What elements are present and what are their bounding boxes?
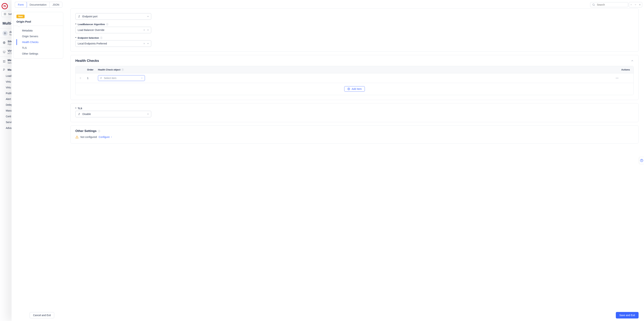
help-icon bbox=[640, 159, 643, 162]
svg-point-15 bbox=[3, 62, 4, 62]
vhost-icon bbox=[2, 50, 6, 54]
svg-rect-4 bbox=[6, 13, 6, 14]
search-box[interactable] bbox=[590, 2, 628, 7]
svg-point-20 bbox=[80, 77, 80, 78]
form-modal: Form Documentation JSON bbox=[12, 0, 644, 321]
save-button[interactable]: Save and Exit bbox=[616, 312, 638, 318]
nav-item-origin-servers[interactable]: Origin Servers bbox=[16, 34, 63, 39]
search-icon bbox=[592, 3, 595, 6]
search-next-button[interactable] bbox=[633, 2, 638, 7]
form-nav-card: New Origin Pool Metadata Origin Servers … bbox=[13, 12, 63, 58]
search-close-button[interactable] bbox=[638, 2, 642, 7]
chevron-down-icon bbox=[147, 29, 149, 31]
swap-icon bbox=[78, 112, 80, 116]
tls-label: *TLS bbox=[75, 107, 634, 110]
drag-handle[interactable] bbox=[79, 77, 87, 79]
tab-json[interactable]: JSON bbox=[50, 2, 62, 8]
svg-point-30 bbox=[617, 78, 618, 78]
form-nav-title: Origin Pool bbox=[16, 20, 60, 23]
tls-select[interactable]: Disable bbox=[75, 111, 151, 117]
tab-documentation[interactable]: Documentation bbox=[27, 2, 50, 8]
endpoint-port-value: Endpoint port bbox=[82, 15, 98, 18]
nav-item-other-settings[interactable]: Other Settings bbox=[16, 51, 63, 56]
f5-logo: f5 bbox=[1, 2, 8, 10]
health-check-select[interactable]: Select item bbox=[98, 75, 145, 81]
mesh-icon bbox=[2, 60, 6, 63]
cancel-button[interactable]: Cancel and Exit bbox=[30, 312, 54, 318]
add-item-label: Add Item bbox=[352, 88, 362, 90]
svg-point-14 bbox=[5, 60, 5, 61]
svg-point-21 bbox=[80, 77, 81, 78]
health-check-placeholder: Select item bbox=[104, 77, 116, 80]
col-order: Order bbox=[87, 68, 98, 71]
topbar-search-group bbox=[590, 2, 642, 8]
tls-value: Disable bbox=[82, 112, 91, 116]
svg-rect-5 bbox=[4, 14, 4, 14]
search-nav-controls bbox=[629, 2, 642, 8]
svg-point-25 bbox=[80, 78, 81, 79]
card-health-checks: Health Checks Order Health Check object … bbox=[70, 55, 638, 100]
svg-point-22 bbox=[80, 78, 80, 78]
form-area: Endpoint port *LoadBalancer Algorithm i … bbox=[65, 8, 644, 310]
info-icon[interactable]: i bbox=[122, 68, 124, 71]
chevron-down-icon bbox=[147, 42, 149, 45]
info-icon[interactable]: i bbox=[98, 130, 100, 132]
other-status: Not configured bbox=[80, 136, 97, 138]
avatar: D bbox=[2, 31, 8, 36]
svg-point-29 bbox=[616, 78, 616, 78]
help-tab[interactable] bbox=[639, 157, 644, 164]
modal-footer: Cancel and Exit Save and Exit bbox=[12, 310, 644, 321]
svg-point-31 bbox=[618, 78, 618, 78]
svg-point-18 bbox=[642, 161, 642, 162]
svg-rect-3 bbox=[5, 13, 5, 14]
endpoint-port-select[interactable]: Endpoint port bbox=[75, 13, 151, 20]
svg-rect-12 bbox=[3, 51, 5, 52]
svg-rect-8 bbox=[4, 15, 4, 15]
svg-rect-26 bbox=[100, 77, 102, 78]
globe-icon bbox=[2, 41, 6, 44]
col-actions: Actions bbox=[616, 68, 630, 71]
svg-rect-2 bbox=[4, 13, 4, 14]
configure-link[interactable]: Configure bbox=[99, 136, 112, 138]
chevron-right-icon bbox=[110, 136, 112, 138]
collapse-icon[interactable] bbox=[631, 59, 634, 62]
warning-icon bbox=[75, 136, 78, 139]
other-settings-title: Other Settings bbox=[75, 129, 96, 133]
info-icon[interactable]: i bbox=[106, 23, 108, 26]
modal-topbar: Form Documentation JSON bbox=[12, 0, 644, 8]
nav-item-health-checks[interactable]: Health Checks bbox=[16, 39, 63, 45]
svg-point-16 bbox=[5, 62, 5, 62]
endpoint-sel-select[interactable]: Local Endpoints Preferred bbox=[75, 40, 151, 47]
form-nav-panel: New Origin Pool Metadata Origin Servers … bbox=[12, 8, 65, 310]
chevron-down-icon bbox=[634, 4, 636, 6]
chevron-down-icon bbox=[147, 15, 149, 18]
close-icon bbox=[639, 4, 641, 6]
health-check-row: 1 Select item bbox=[76, 73, 634, 83]
svg-rect-10 bbox=[6, 15, 6, 15]
swap-icon bbox=[78, 15, 80, 18]
nav-item-tls[interactable]: TLS bbox=[16, 45, 63, 51]
clear-icon[interactable] bbox=[143, 29, 145, 31]
endpoint-sel-label: *Endpoint Selection i bbox=[75, 36, 634, 39]
search-input[interactable] bbox=[596, 3, 629, 6]
grid-icon bbox=[4, 12, 7, 16]
svg-rect-6 bbox=[5, 14, 5, 14]
health-checks-title: Health Checks bbox=[75, 59, 99, 63]
lb-algo-select[interactable]: Load Balancer Override bbox=[75, 27, 151, 33]
search-prev-button[interactable] bbox=[629, 2, 633, 7]
chevron-down-icon bbox=[147, 113, 149, 115]
list-icon bbox=[100, 77, 102, 79]
clear-icon[interactable] bbox=[143, 42, 145, 45]
card-origin-servers-tail: Endpoint port *LoadBalancer Algorithm i … bbox=[70, 8, 638, 52]
nav-item-metadata[interactable]: Metadata bbox=[16, 28, 63, 34]
endpoint-sel-value: Local Endpoints Preferred bbox=[78, 42, 107, 45]
tab-form[interactable]: Form bbox=[15, 2, 27, 8]
card-tls: *TLS Disable bbox=[70, 103, 638, 122]
chevron-up-icon bbox=[630, 4, 632, 6]
svg-point-13 bbox=[3, 60, 4, 61]
row-actions-menu[interactable] bbox=[616, 76, 630, 80]
lb-algo-label: *LoadBalancer Algorithm i bbox=[75, 23, 634, 26]
add-item-button[interactable]: Add Item bbox=[344, 86, 365, 92]
info-icon[interactable]: i bbox=[100, 37, 102, 39]
new-badge: New bbox=[16, 15, 24, 18]
